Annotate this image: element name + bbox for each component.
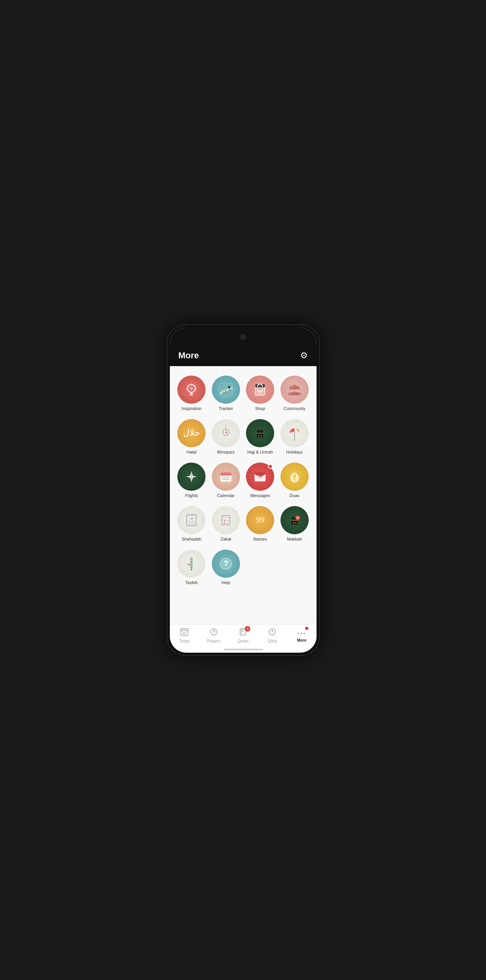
svg-point-80 [272, 631, 273, 632]
shahadah-label: Shahadah [182, 537, 201, 542]
holidays-label: Holidays [286, 450, 303, 455]
svg-point-11 [292, 385, 297, 390]
help-icon-circle: ? [212, 550, 240, 578]
help-item[interactable]: ? Help [209, 547, 242, 588]
nav-quran[interactable]: 2 Quran [231, 628, 255, 643]
more-icon: ··· [297, 628, 306, 637]
quran-nav-label: Quran [238, 639, 249, 643]
main-content: Inspiration Tracker [170, 366, 317, 624]
flights-icon-circle [177, 463, 206, 491]
svg-rect-5 [220, 383, 232, 396]
zakat-icon-circle: + − × ÷ [212, 506, 240, 534]
community-icon-circle [280, 376, 309, 404]
hajj-label: Hajj & Umrah [248, 450, 273, 455]
tasbih-label: Tasbih [185, 580, 198, 585]
halal-item[interactable]: حلال Halal [175, 417, 208, 457]
nav-qibla[interactable]: Qibla [260, 628, 284, 643]
community-label: Community [284, 406, 306, 411]
bottom-nav: 24 Today Prayers [170, 624, 317, 647]
svg-point-26 [297, 429, 299, 431]
makkah-item[interactable]: Makkah [278, 504, 311, 544]
makkah-svg [286, 512, 303, 529]
svg-point-67 [191, 569, 192, 570]
svg-point-13 [296, 386, 300, 390]
quran-badge: 2 [245, 626, 250, 632]
zakat-item[interactable]: + − × ÷ Zakat [209, 504, 242, 544]
zakat-label: Zakat [220, 537, 231, 542]
svg-rect-29 [220, 475, 231, 475]
halal-icon-circle: حلال [177, 419, 206, 447]
svg-rect-10 [255, 384, 265, 387]
hajj-item[interactable]: Hajj & Umrah [244, 417, 277, 457]
shop-item[interactable]: Shop [244, 373, 277, 414]
svg-rect-58 [293, 523, 296, 525]
nav-prayers[interactable]: Prayers [202, 628, 226, 643]
duas-item[interactable]: Duas [278, 460, 311, 501]
icon-grid: Inspiration Tracker [174, 373, 313, 588]
svg-point-6 [228, 386, 230, 388]
community-item[interactable]: Community [278, 373, 311, 414]
shahadah-item[interactable]: الله لا إله إلا Shahadah [175, 504, 208, 544]
calendar-label: Calendar [217, 493, 235, 498]
svg-point-4 [190, 387, 193, 390]
halal-svg: حلال [183, 425, 200, 442]
holidays-item[interactable]: Holidays [278, 417, 311, 457]
halal-label: Halal [187, 450, 197, 455]
nav-more[interactable]: ··· More [290, 628, 313, 642]
calendar-item[interactable]: Calendar [209, 460, 242, 501]
flights-label: Flights [185, 493, 198, 498]
svg-text:?: ? [224, 559, 228, 568]
svg-point-33 [224, 477, 225, 478]
shahadah-svg: الله لا إله إلا [183, 512, 200, 529]
inspiration-svg [183, 381, 200, 398]
messages-icon-circle [246, 463, 274, 491]
inspiration-item[interactable]: Inspiration [175, 373, 208, 414]
svg-rect-23 [259, 436, 261, 438]
svg-text:لا إله إلا: لا إله إلا [189, 521, 195, 523]
settings-icon[interactable]: ⚙ [300, 350, 308, 361]
svg-text:×: × [224, 521, 226, 525]
svg-point-69 [188, 564, 190, 566]
phone-frame: More ⚙ [167, 325, 320, 656]
tasbih-icon-circle [177, 550, 206, 578]
tasbih-item[interactable]: Tasbih [175, 547, 208, 588]
svg-point-38 [226, 479, 227, 480]
inspiration-icon-circle [177, 376, 206, 404]
prayers-nav-label: Prayers [207, 639, 220, 643]
svg-rect-74 [181, 629, 188, 631]
hajj-icon-circle [246, 419, 274, 447]
more-nav-label: More [297, 638, 306, 642]
names-svg: 99 [251, 512, 269, 529]
tracker-item[interactable]: Tracker [209, 373, 242, 414]
zakat-svg: + − × ÷ [217, 512, 235, 529]
svg-rect-41 [257, 476, 260, 477]
home-indicator [170, 647, 317, 653]
messages-item[interactable]: Messages [244, 460, 277, 501]
mosques-label: Mosques [217, 450, 235, 455]
messages-label: Messages [250, 493, 270, 498]
svg-point-15 [288, 392, 293, 396]
svg-point-36 [222, 479, 223, 480]
svg-point-32 [222, 477, 223, 478]
quran-icon: 2 [238, 628, 247, 638]
phone-screen: More ⚙ [170, 328, 317, 653]
shop-label: Shop [255, 406, 265, 411]
duas-label: Duas [289, 493, 300, 498]
shop-icon-circle [246, 376, 274, 404]
svg-text:99: 99 [256, 515, 264, 524]
mosques-item[interactable]: Mosques [209, 417, 242, 457]
svg-rect-24 [257, 433, 263, 434]
svg-text:حلال: حلال [183, 428, 200, 437]
nav-today[interactable]: 24 Today [173, 628, 196, 643]
svg-point-7 [222, 389, 224, 391]
flights-item[interactable]: Flights [175, 460, 208, 501]
help-svg: ? [217, 555, 235, 572]
names-item[interactable]: 99 Names [244, 504, 277, 544]
inspiration-label: Inspiration [182, 406, 202, 411]
flights-svg [183, 468, 200, 485]
duas-svg [286, 468, 303, 485]
svg-point-70 [190, 564, 192, 566]
prayers-icon [209, 628, 218, 638]
help-label: Help [221, 580, 230, 585]
svg-point-37 [224, 479, 225, 480]
